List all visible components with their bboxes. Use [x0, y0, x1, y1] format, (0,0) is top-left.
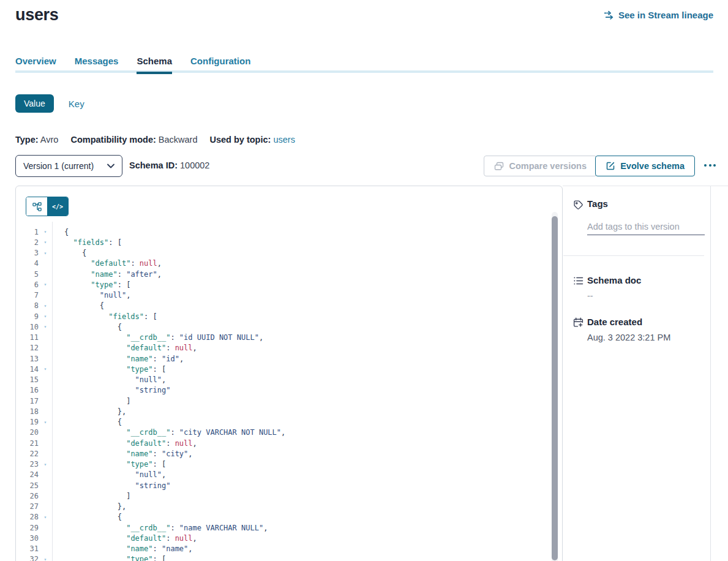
code-line-text: {	[52, 249, 86, 257]
code-line-text: "string"	[52, 386, 170, 394]
code-line: 2▾ "fields": [	[16, 237, 554, 247]
code-line-text: "type": [	[52, 460, 166, 469]
fold-arrow-icon[interactable]: ▾	[39, 282, 52, 287]
line-number: 15	[16, 375, 39, 384]
code-line: 16 "string"	[16, 385, 554, 396]
tab-messages[interactable]: Messages	[75, 56, 119, 74]
meta-type: Type: Avro	[15, 135, 58, 145]
tab-schema[interactable]: Schema	[137, 56, 172, 74]
code-line-text: "default": null,	[52, 439, 197, 448]
line-number: 12	[16, 344, 39, 352]
line-number: 20	[16, 428, 39, 437]
fold-arrow-icon[interactable]: ▾	[39, 303, 52, 309]
tree-view-toggle[interactable]	[26, 197, 47, 216]
fold-arrow-icon[interactable]: ▾	[39, 514, 52, 520]
topic-link[interactable]: users	[273, 135, 295, 145]
fold-arrow-icon[interactable]: ▾	[39, 250, 52, 256]
schema-view-toggle: </>	[26, 197, 69, 216]
tab-overview[interactable]: Overview	[15, 56, 56, 74]
line-number: 9	[16, 312, 39, 321]
code-line-text: "default": null,	[52, 534, 197, 543]
version-select-value: Version 1 (current)	[23, 161, 94, 171]
code-line: 32▾ "type": [	[16, 554, 554, 561]
line-number: 30	[16, 534, 39, 543]
sidebar-right-border	[710, 186, 711, 561]
fold-arrow-icon[interactable]: ▾	[39, 366, 52, 372]
code-line-text: {	[52, 301, 104, 310]
fold-arrow-icon[interactable]: ▾	[39, 420, 52, 425]
evolve-label: Evolve schema	[620, 161, 685, 171]
date-created-value: Aug. 3 2022 3:21 PM	[587, 333, 670, 342]
code-view-toggle[interactable]: </>	[47, 197, 68, 216]
lineage-icon	[604, 10, 614, 20]
key-toggle-button[interactable]: Key	[69, 99, 84, 109]
tag-icon	[573, 200, 584, 210]
fold-arrow-icon[interactable]: ▾	[39, 314, 52, 319]
version-select[interactable]: Version 1 (current)	[15, 155, 122, 177]
fold-arrow-icon[interactable]: ▾	[39, 324, 52, 329]
code-line: 5 "name": "after",	[16, 269, 554, 279]
code-line-text: ]	[52, 492, 130, 500]
line-number: 25	[16, 481, 39, 490]
code-line-text: "type": [	[52, 365, 166, 374]
line-number: 7	[16, 291, 39, 299]
code-lines: 1▾{2▾ "fields": [3▾ {4 "default": null,5…	[16, 227, 554, 561]
code-line-text: {	[52, 228, 69, 236]
code-line: 17 ]	[16, 396, 554, 406]
code-line-text: "type": [	[52, 280, 130, 289]
compare-versions-button[interactable]: Compare versions	[484, 156, 597, 176]
compatibility-value: Backward	[159, 135, 198, 145]
code-line: 28▾ {	[16, 512, 554, 522]
schema-meta: Type: Avro Compatibility mode: Backward …	[15, 135, 295, 145]
code-line-text: "fields": [	[52, 312, 157, 321]
code-line: 26 ]	[16, 491, 554, 501]
schema-doc-value: --	[587, 291, 593, 301]
scrollbar-thumb[interactable]	[552, 216, 558, 560]
line-number: 3	[16, 249, 39, 257]
fold-arrow-icon[interactable]: ▾	[39, 239, 52, 245]
code-line: 30 "default": null,	[16, 533, 554, 543]
schema-id: Schema ID: 100002	[129, 160, 209, 170]
stream-lineage-link[interactable]: See in Stream lineage	[604, 10, 713, 20]
code-line: 12 "default": null,	[16, 343, 554, 353]
code-line: 10▾ {	[16, 322, 554, 332]
fold-arrow-icon[interactable]: ▾	[39, 557, 52, 561]
code-line: 4 "default": null,	[16, 258, 554, 269]
code-line-text: "fields": [	[52, 238, 122, 247]
line-number: 8	[16, 301, 39, 310]
line-number: 26	[16, 492, 39, 500]
code-line: 1▾{	[16, 227, 554, 237]
code-line-text: "__crdb__": "id UUID NOT NULL",	[52, 333, 263, 342]
fold-arrow-icon[interactable]: ▾	[39, 462, 52, 467]
code-line: 24 "null",	[16, 470, 554, 480]
code-line: 8▾ {	[16, 301, 554, 311]
line-number: 24	[16, 470, 39, 479]
vertical-scrollbar[interactable]	[552, 212, 558, 561]
code-line: 14▾ "type": [	[16, 364, 554, 374]
compare-label: Compare versions	[509, 161, 587, 171]
topic-label: Used by topic:	[209, 135, 271, 145]
tags-input[interactable]	[587, 218, 705, 235]
evolve-schema-button[interactable]: Evolve schema	[595, 156, 695, 176]
code-line-text: },	[52, 502, 126, 511]
tab-configuration[interactable]: Configuration	[190, 56, 250, 74]
code-line-text: "null",	[52, 375, 166, 384]
lineage-label: See in Stream lineage	[618, 10, 713, 20]
code-line: 3▾ {	[16, 248, 554, 258]
schema-page: users See in Stream lineage Overview Mes…	[0, 0, 728, 561]
tab-bar: Overview Messages Schema Configuration	[15, 56, 250, 74]
line-number: 10	[16, 323, 39, 331]
value-toggle-button[interactable]: Value	[15, 94, 54, 113]
code-line: 18 },	[16, 406, 554, 416]
line-number: 31	[16, 544, 39, 553]
list-icon	[573, 276, 584, 286]
schema-id-label: Schema ID:	[129, 160, 178, 170]
code-line: 22 "name": "city",	[16, 448, 554, 459]
fold-arrow-icon[interactable]: ▾	[39, 229, 52, 235]
line-number: 4	[16, 259, 39, 268]
code-line-text: "string"	[52, 481, 170, 490]
line-number: 6	[16, 280, 39, 289]
code-panel: </> 1▾{2▾ "fields": [3▾ {4 "default": nu…	[15, 186, 563, 561]
meta-topic: Used by topic: users	[209, 135, 295, 145]
more-actions-button[interactable]	[703, 156, 717, 175]
